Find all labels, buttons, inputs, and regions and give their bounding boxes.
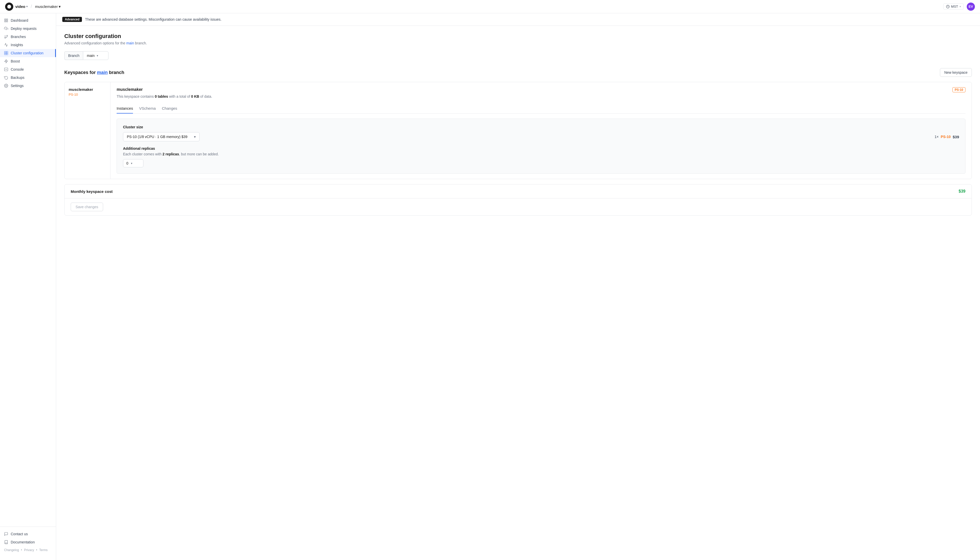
layout: Dashboard Deploy requests Branches Insig…	[0, 13, 980, 560]
sidebar-item-settings[interactable]: Settings	[0, 82, 56, 90]
page-title: Cluster configuration	[64, 33, 972, 40]
nav-project[interactable]: musclemaker ▾	[35, 4, 61, 9]
branch-label: Branch	[64, 51, 83, 60]
branch-select[interactable]: main ▾	[83, 51, 108, 60]
nav-app[interactable]: video ▾	[15, 4, 28, 9]
sidebar-label-dashboard: Dashboard	[11, 18, 28, 22]
keyspace-main: musclemaker PS-10 This keyspace contains…	[110, 82, 972, 179]
keyspace-card-inner: musclemaker PS-10 musclemaker PS-10 This…	[65, 82, 972, 179]
svg-rect-13	[4, 53, 6, 55]
footer-privacy-link[interactable]: Privacy	[24, 548, 34, 552]
cluster-size-row: PS-10 (1/8 vCPU · 1 GB memory) $39 ▾ 1× …	[123, 132, 959, 141]
keyspace-header-row: musclemaker PS-10	[117, 87, 965, 92]
nav-separator: /	[31, 4, 32, 9]
sidebar-label-cluster-configuration: Cluster configuration	[11, 51, 43, 55]
svg-rect-5	[5, 21, 6, 22]
avatar[interactable]: EV	[967, 3, 975, 11]
svg-point-1	[7, 6, 9, 7]
sidebar-bottom: Contact us Documentation Changelog • Pri…	[0, 527, 56, 557]
keyspace-ps-badge-sidebar: PS-10	[68, 93, 106, 97]
advanced-badge: Advanced	[62, 17, 82, 22]
svg-rect-6	[7, 21, 8, 22]
svg-rect-11	[4, 51, 6, 53]
tab-instances[interactable]: Instances	[117, 103, 133, 113]
replicas-desc-prefix: Each cluster comes with	[123, 152, 163, 156]
replicas-chevron: ▾	[131, 162, 132, 165]
sidebar-item-console[interactable]: Console	[0, 65, 56, 73]
new-keyspace-button[interactable]: New keyspace	[940, 68, 972, 77]
sidebar-item-branches[interactable]: Branches	[0, 33, 56, 41]
sidebar-label-backups: Backups	[11, 75, 25, 80]
monthly-cost-row: Monthly keyspace cost $39	[65, 185, 972, 198]
sidebar-nav: Dashboard Deploy requests Branches Insig…	[0, 16, 56, 527]
project-chevron: ▾	[59, 4, 61, 9]
cluster-size-info: 1× PS-10 $39	[935, 135, 959, 139]
time-label: MST	[951, 5, 958, 8]
sidebar-item-deploy-requests[interactable]: Deploy requests	[0, 25, 56, 33]
sidebar-item-cluster-configuration[interactable]: Cluster configuration	[0, 49, 56, 57]
sidebar-item-documentation[interactable]: Documentation	[0, 538, 56, 546]
monthly-cost-value: $39	[958, 189, 965, 193]
sidebar-label-console: Console	[11, 67, 24, 72]
tab-changes[interactable]: Changes	[162, 103, 177, 113]
app-name: video	[15, 4, 25, 9]
sidebar-label-deploy-requests: Deploy requests	[11, 27, 37, 31]
warning-banner: Advanced These are advanced database set…	[56, 13, 980, 26]
cluster-size-label: Cluster size	[123, 125, 959, 129]
tab-vschema[interactable]: VSchema	[139, 103, 156, 113]
keyspace-name-main: musclemaker	[117, 87, 143, 92]
instances-panel: Cluster size PS-10 (1/8 vCPU · 1 GB memo…	[117, 118, 965, 174]
sidebar-item-contact-us[interactable]: Contact us	[0, 530, 56, 538]
sidebar-label-insights: Insights	[11, 43, 23, 47]
replicas-select[interactable]: 0 ▾	[123, 159, 143, 167]
footer-changelog-link[interactable]: Changelog	[4, 548, 19, 552]
sidebar-item-boost[interactable]: Boost	[0, 57, 56, 65]
sidebar-item-backups[interactable]: Backups	[0, 73, 56, 82]
footer-sep1: •	[21, 548, 22, 552]
logo-icon[interactable]	[5, 3, 13, 11]
cluster-multiplier: 1×	[935, 135, 939, 139]
replicas-value: 0	[126, 161, 128, 165]
svg-point-9	[7, 35, 8, 36]
branch-icon	[4, 35, 8, 39]
keyspace-info-suffix: of data.	[199, 94, 212, 98]
backups-icon	[4, 75, 8, 80]
keyspaces-title-suffix: branch	[108, 70, 124, 75]
cluster-price: $39	[953, 135, 959, 139]
cluster-ps-link: PS-10	[941, 135, 951, 139]
keyspaces-title-prefix: Keyspaces for	[64, 70, 97, 75]
console-icon	[4, 67, 8, 72]
app-chevron: ▾	[26, 5, 28, 8]
keyspace-tables-count: 0 tables	[155, 94, 168, 98]
subtitle-suffix: branch.	[134, 41, 147, 45]
save-changes-button[interactable]: Save changes	[71, 203, 103, 211]
time-badge[interactable]: MST ▾	[943, 3, 964, 10]
chevron-down-icon: ▾	[97, 54, 98, 57]
svg-point-17	[6, 85, 7, 86]
book-icon	[4, 540, 8, 544]
project-name: musclemaker	[35, 4, 58, 9]
additional-replicas-desc: Each cluster comes with 2 replicas, but …	[123, 152, 959, 156]
sidebar-footer: Changelog • Privacy • Terms	[0, 546, 56, 554]
svg-marker-15	[5, 60, 8, 63]
clock-icon	[946, 5, 950, 8]
footer-terms-link[interactable]: Terms	[39, 548, 48, 552]
save-changes-row: Save changes	[65, 198, 972, 215]
keyspace-name-sidebar: musclemaker	[68, 87, 106, 92]
sidebar-item-dashboard[interactable]: Dashboard	[0, 16, 56, 25]
cluster-size-select[interactable]: PS-10 (1/8 vCPU · 1 GB memory) $39 ▾	[123, 132, 200, 141]
branch-select-value: main	[87, 53, 95, 58]
sidebar-item-insights[interactable]: Insights	[0, 41, 56, 49]
cluster-size-value: PS-10 (1/8 vCPU · 1 GB memory) $39	[127, 135, 187, 139]
time-chevron: ▾	[960, 5, 961, 8]
subtitle-prefix: Advanced configuration options for the	[64, 41, 126, 45]
page-subtitle: Advanced configuration options for the m…	[64, 41, 972, 45]
svg-point-10	[5, 37, 6, 38]
keyspace-info: This keyspace contains 0 tables with a t…	[117, 94, 965, 98]
monthly-cost-label: Monthly keyspace cost	[71, 189, 113, 193]
keyspaces-header: Keyspaces for main branch New keyspace	[64, 68, 972, 77]
keyspaces-title-link[interactable]: main	[97, 70, 108, 75]
topnav: video ▾ / musclemaker ▾ MST ▾ EV	[0, 0, 980, 13]
keyspace-sidebar: musclemaker PS-10	[65, 82, 110, 179]
subtitle-link[interactable]: main	[126, 41, 134, 45]
